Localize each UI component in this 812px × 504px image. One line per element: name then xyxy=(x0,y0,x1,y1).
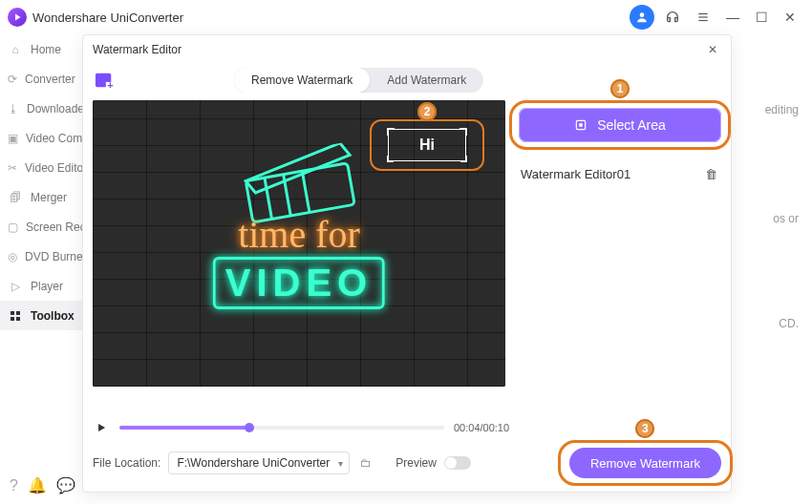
delete-icon[interactable]: 🗑 xyxy=(702,165,719,182)
scissors-icon: ✂ xyxy=(8,161,17,175)
remove-watermark-button[interactable]: Remove Watermark xyxy=(569,448,721,478)
converter-icon: ⟳ xyxy=(8,73,17,86)
dvd-icon: ◎ xyxy=(8,250,17,263)
svg-rect-12 xyxy=(579,123,583,127)
sidebar-item-video-compressor[interactable]: ▣Video Compressor xyxy=(0,123,82,153)
maximize-button[interactable]: ☐ xyxy=(747,3,776,32)
bell-icon[interactable]: 🔔 xyxy=(28,476,47,494)
sidebar: ⌂Home ⟳Converter ⭳Downloader ▣Video Comp… xyxy=(0,34,82,504)
time-display: 00:04/00:10 xyxy=(454,422,509,433)
annotation-badge-1: 1 xyxy=(610,79,630,98)
help-icon[interactable]: ? xyxy=(10,477,18,494)
play-button[interactable] xyxy=(93,419,110,436)
sidebar-item-video-editor[interactable]: ✂Video Editor xyxy=(0,153,82,182)
tab-add-watermark[interactable]: Add Watermark xyxy=(370,68,483,93)
minimize-button[interactable]: — xyxy=(718,3,747,32)
feedback-icon[interactable]: 💬 xyxy=(56,476,75,494)
sidebar-item-toolbox[interactable]: Toolbox xyxy=(0,301,82,330)
bg-text: os or xyxy=(773,212,799,225)
bg-text: editing xyxy=(765,103,799,116)
svg-line-10 xyxy=(302,171,310,212)
watermark-editor-dialog: Watermark Editor ✕ + Remove Watermark Ad… xyxy=(82,34,732,493)
select-area-button[interactable]: Select Area xyxy=(519,108,721,142)
sidebar-item-converter[interactable]: ⟳Converter xyxy=(0,64,82,94)
svg-text:+: + xyxy=(107,79,113,91)
svg-point-0 xyxy=(640,12,645,17)
bg-text: CD. xyxy=(779,317,799,330)
player-icon: ▷ xyxy=(8,280,23,293)
toolbox-icon xyxy=(8,311,23,321)
preview-toggle[interactable] xyxy=(444,456,471,470)
support-icon[interactable] xyxy=(660,5,685,30)
sidebar-item-player[interactable]: ▷Player xyxy=(0,271,82,301)
open-folder-button[interactable]: 🗀 xyxy=(357,454,374,472)
tab-remove-watermark[interactable]: Remove Watermark xyxy=(234,68,370,93)
menu-icon[interactable] xyxy=(691,5,716,30)
account-icon[interactable] xyxy=(630,5,654,30)
dialog-close-button[interactable]: ✕ xyxy=(704,41,721,58)
add-file-button[interactable]: + xyxy=(93,70,116,91)
sidebar-item-merger[interactable]: 🗐Merger xyxy=(0,182,82,212)
watermark-selection-box[interactable]: Hi xyxy=(370,119,484,171)
annotation-badge-3: 3 xyxy=(635,419,654,438)
sidebar-item-dvd-burner[interactable]: ◎DVD Burner xyxy=(0,242,82,271)
seek-slider[interactable] xyxy=(119,426,444,430)
select-area-icon xyxy=(574,118,588,132)
app-title: Wondershare UniConverter xyxy=(32,10,183,25)
dialog-title: Watermark Editor xyxy=(93,43,182,56)
sidebar-item-screen-recorder[interactable]: ▢Screen Recorder xyxy=(0,212,82,242)
mode-segment: Remove Watermark Add Watermark xyxy=(234,68,483,93)
recorder-icon: ▢ xyxy=(8,220,18,234)
sidebar-item-downloader[interactable]: ⭳Downloader xyxy=(0,94,82,123)
merger-icon: 🗐 xyxy=(8,191,23,204)
home-icon: ⌂ xyxy=(8,43,23,56)
sidebar-item-home[interactable]: ⌂Home xyxy=(0,34,82,64)
preview-label: Preview xyxy=(395,456,437,470)
close-button[interactable]: ✕ xyxy=(776,3,804,32)
neon-text: time for VIDEO xyxy=(213,212,385,309)
watermark-list-item[interactable]: Watermark Editor01 🗑 xyxy=(519,161,721,186)
file-location-label: File Location: xyxy=(93,456,160,470)
app-logo xyxy=(8,8,27,27)
annotation-badge-2: 2 xyxy=(417,102,437,121)
compress-icon: ▣ xyxy=(8,132,18,145)
download-icon: ⭳ xyxy=(8,102,19,116)
file-location-select[interactable]: F:\Wondershare UniConverter xyxy=(168,452,350,474)
video-preview[interactable]: time for VIDEO Hi 2 xyxy=(93,100,505,387)
